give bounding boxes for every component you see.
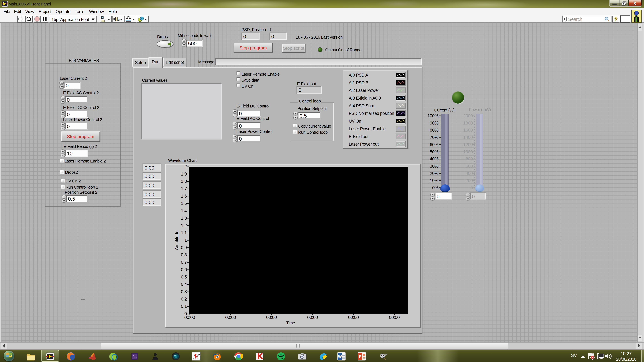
svg-text:EAGLE: EAGLE [193, 358, 199, 360]
svg-text:CS: CS [198, 354, 200, 356]
svg-text:P: P [359, 354, 362, 359]
svg-text:W: W [338, 354, 342, 359]
